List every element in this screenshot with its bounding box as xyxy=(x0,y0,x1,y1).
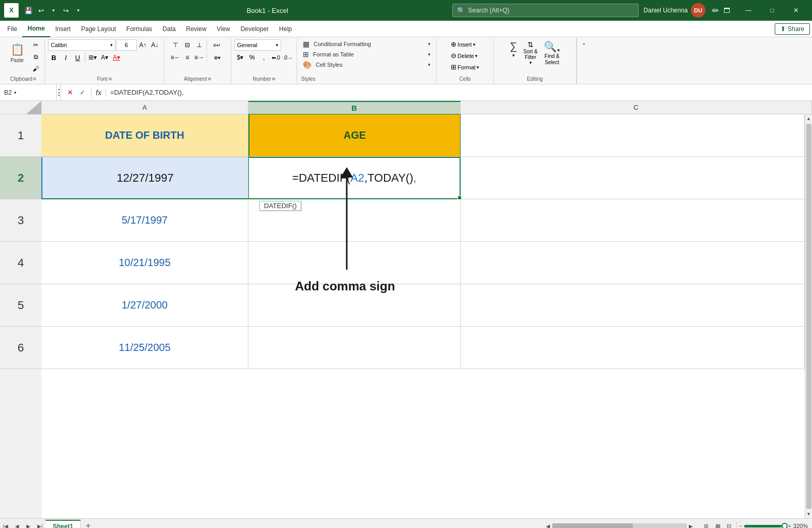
align-right-button[interactable]: ≡→ xyxy=(194,52,205,63)
hscroll-thumb[interactable] xyxy=(552,523,633,528)
cell-a1[interactable]: DATE OF BIRTH xyxy=(41,114,248,157)
cell-b2[interactable]: =DATEDIF(A2,TODAY(), DATEDIF() xyxy=(248,157,461,199)
formula-bar-options[interactable]: ⋮ xyxy=(57,84,61,100)
search-bar[interactable]: 🔍 Search (Alt+Q) xyxy=(452,4,639,17)
font-size-decrease-button[interactable]: A↓ xyxy=(149,39,160,51)
normal-view-button[interactable]: ⊞ xyxy=(701,521,712,528)
zoom-level[interactable]: 320% xyxy=(793,523,808,528)
font-size-increase-button[interactable]: A↑ xyxy=(137,39,149,51)
cell-c3[interactable] xyxy=(461,199,805,242)
comma-button[interactable]: , xyxy=(258,52,270,63)
number-expand-icon[interactable]: ⧉ xyxy=(272,77,275,82)
tab-developer[interactable]: Developer xyxy=(235,21,274,37)
increase-decimal-button[interactable]: .0→ xyxy=(282,52,293,63)
wrap-text-button[interactable]: ≡↵ xyxy=(209,39,225,51)
font-color-button[interactable]: A▾ xyxy=(111,52,122,63)
copy-button[interactable]: ⧉ xyxy=(30,51,41,63)
merge-center-button[interactable]: ⊕▾ xyxy=(209,52,225,63)
cell-b1[interactable]: AGE xyxy=(248,114,461,157)
tab-insert[interactable]: Insert xyxy=(50,21,76,37)
formula-confirm-button[interactable]: ✓ xyxy=(77,87,88,98)
borders-button[interactable]: ⊞▾ xyxy=(87,52,98,63)
cell-b5[interactable] xyxy=(248,284,461,327)
align-middle-button[interactable]: ⊟ xyxy=(182,39,193,51)
delete-cells-button[interactable]: ⊖ Delete ▾ xyxy=(449,51,480,61)
tab-review[interactable]: Review xyxy=(181,21,211,37)
share-button[interactable]: ⬆ Share xyxy=(775,23,810,35)
hscroll-track[interactable] xyxy=(552,523,687,528)
alignment-expand-icon[interactable]: ⧉ xyxy=(208,77,211,82)
cell-a4[interactable]: 10/21/1995 xyxy=(41,242,248,284)
hscroll-right-button[interactable]: ▶ xyxy=(689,523,693,529)
zoom-thumb[interactable] xyxy=(781,523,788,529)
cell-a5[interactable]: 1/27/2000 xyxy=(41,284,248,327)
align-top-button[interactable]: ⊤ xyxy=(170,39,181,51)
scroll-down-button[interactable]: ▼ xyxy=(805,510,813,518)
clipboard-expand-icon[interactable]: ⧉ xyxy=(33,77,36,82)
collapse-ribbon-button[interactable]: ⌃ xyxy=(578,39,589,51)
col-header-a[interactable]: A xyxy=(41,101,248,114)
fill-color-button[interactable]: A▾ xyxy=(99,52,110,63)
cell-a6[interactable]: 11/25/2005 xyxy=(41,327,248,369)
align-left-button[interactable]: ≡← xyxy=(170,52,181,63)
cell-c2[interactable] xyxy=(461,157,805,199)
font-size-selector[interactable]: 6 xyxy=(116,39,137,51)
tab-formulas[interactable]: Formulas xyxy=(121,21,157,37)
cut-button[interactable]: ✂ xyxy=(30,39,41,51)
cell-styles-button[interactable]: 🎨 Cell Styles ▾ xyxy=(301,60,432,69)
sort-filter-button[interactable]: ⇅ Sort & Filter ▾ xyxy=(521,39,540,66)
row-header-2[interactable]: 2 xyxy=(0,157,41,199)
bold-button[interactable]: B xyxy=(48,52,60,63)
tab-page-layout[interactable]: Page Layout xyxy=(76,21,121,37)
number-format-selector[interactable]: General ▾ xyxy=(234,39,281,51)
scroll-up-button[interactable]: ▲ xyxy=(805,114,813,123)
horizontal-scrollbar[interactable]: ◀ ▶ xyxy=(542,523,697,529)
cell-a2[interactable]: 12/27/1997 xyxy=(41,157,248,199)
font-name-selector[interactable]: Calibri ▾ xyxy=(48,39,115,51)
cell-name-box[interactable]: B2 ▾ xyxy=(0,84,57,100)
minimize-button[interactable]: — xyxy=(736,2,760,19)
pen-icon[interactable]: ✏ xyxy=(711,6,720,15)
row-header-1[interactable]: 1 xyxy=(0,114,41,157)
formula-cancel-button[interactable]: ✕ xyxy=(64,87,76,98)
sheet-nav-next[interactable]: ▶ xyxy=(23,520,34,528)
row-header-4[interactable]: 4 xyxy=(0,242,41,284)
scroll-thumb[interactable] xyxy=(806,124,811,509)
vertical-scrollbar[interactable]: ▲ ▼ xyxy=(805,114,812,518)
sheet-nav-last[interactable]: ▶| xyxy=(34,520,46,528)
cell-c6[interactable] xyxy=(461,327,805,369)
col-header-b[interactable]: B xyxy=(248,101,461,114)
cell-c1[interactable] xyxy=(461,114,805,157)
row-header-3[interactable]: 3 xyxy=(0,199,41,242)
row-header-5[interactable]: 5 xyxy=(0,284,41,327)
add-sheet-button[interactable]: + xyxy=(81,520,95,528)
redo-button[interactable]: ↪ xyxy=(60,5,71,16)
customize-qat[interactable]: ▾ xyxy=(72,5,84,16)
percent-button[interactable]: % xyxy=(246,52,258,63)
hscroll-left-button[interactable]: ◀ xyxy=(546,523,550,529)
currency-button[interactable]: $▾ xyxy=(234,52,246,63)
fill-handle[interactable] xyxy=(457,196,462,200)
cell-b6[interactable] xyxy=(248,327,461,369)
page-break-view-button[interactable]: ⊟ xyxy=(724,521,734,528)
tab-data[interactable]: Data xyxy=(157,21,181,37)
zoom-slider[interactable] xyxy=(744,525,786,527)
user-info[interactable]: Daniel Uchenna DU xyxy=(644,3,705,18)
save-button[interactable]: 💾 xyxy=(23,5,34,16)
sheet-nav-prev[interactable]: ◀ xyxy=(11,520,23,528)
col-header-c[interactable]: C xyxy=(461,101,812,114)
align-bottom-button[interactable]: ⊥ xyxy=(194,39,205,51)
cell-c5[interactable] xyxy=(461,284,805,327)
align-center-button[interactable]: ≡ xyxy=(182,52,193,63)
sheet1-tab[interactable]: Sheet1 xyxy=(46,520,81,528)
close-button[interactable]: ✕ xyxy=(784,2,808,19)
zoom-in-button[interactable]: + xyxy=(788,523,791,528)
cell-b4[interactable] xyxy=(248,242,461,284)
insert-cells-button[interactable]: ⊕ Insert ▾ xyxy=(449,39,478,49)
format-cells-button[interactable]: ⊞ Format ▾ xyxy=(449,62,481,72)
tab-home[interactable]: Home xyxy=(22,21,50,37)
cell-c4[interactable] xyxy=(461,242,805,284)
undo-dropdown[interactable]: ▾ xyxy=(48,5,59,16)
layout-view-button[interactable]: ▦ xyxy=(713,521,723,528)
undo-button[interactable]: ↩ xyxy=(35,5,47,16)
